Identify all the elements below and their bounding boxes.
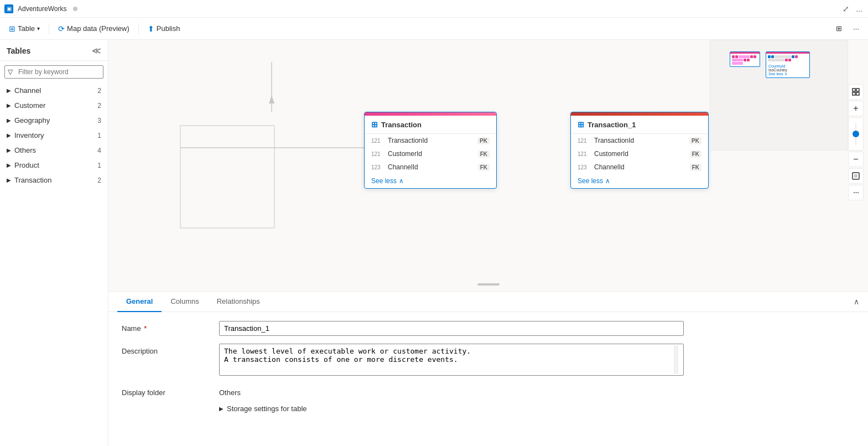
channelid-name: ChannelId [388, 163, 475, 171]
fit-view-btn[interactable] [848, 84, 864, 100]
t1-customerid-badge: FK [690, 151, 701, 158]
svg-rect-7 [856, 92, 859, 95]
display-folder-value: Others [219, 385, 855, 397]
filter-input[interactable] [4, 65, 103, 79]
scrollbar[interactable] [674, 346, 678, 374]
sidebar-item-transaction[interactable]: ▶ Transaction 2 [0, 173, 108, 188]
canvas-area[interactable]: ⊞ Transaction 121 TransactionId PK 121 C… [108, 40, 868, 291]
others-arrow-icon: ▶ [7, 147, 11, 153]
channel-arrow-icon: ▶ [7, 87, 11, 94]
map-data-button[interactable]: ⟳ Map data (Preview) [54, 22, 134, 35]
transaction-field-channelid: 123 ChannelId FK [365, 160, 496, 174]
map-data-label: Map data (Preview) [67, 24, 129, 33]
table-dropdown-icon: ▾ [37, 25, 40, 32]
transaction-see-less[interactable]: See less ∧ [365, 174, 496, 188]
sidebar-item-geography[interactable]: ▶ Geography 3 [0, 113, 108, 128]
t1-see-less-icon: ∧ [605, 177, 610, 185]
publish-button[interactable]: ⬆ Publish [143, 22, 185, 35]
app-icon: ▣ [4, 4, 13, 13]
svg-rect-5 [856, 89, 859, 91]
storage-settings-btn[interactable]: ▶ Storage settings for table [219, 404, 307, 413]
see-less-icon: ∧ [399, 177, 404, 185]
svg-rect-3 [180, 126, 274, 228]
toolbar-more-btn[interactable]: ··· [849, 22, 864, 35]
title-bar: ▣ AdventureWorks ⤢ ... [0, 0, 868, 18]
transaction-table-icon: ⊞ [371, 120, 378, 129]
sidebar-item-channel[interactable]: ▶ Channel 2 [0, 83, 108, 98]
t1-customerid-name: CustomerId [594, 150, 687, 158]
transaction-card-title: ⊞ Transaction [365, 116, 496, 134]
toolbar: ⊞ Table ▾ ⟳ Map data (Preview) ⬆ Publish… [0, 18, 868, 40]
sidebar-item-inventory[interactable]: ▶ Inventory 1 [0, 128, 108, 143]
description-container [219, 344, 684, 377]
sidebar-item-product[interactable]: ▶ Product 1 [0, 158, 108, 173]
storage-row: ▶ Storage settings for table [122, 404, 855, 413]
customer-count: 2 [97, 102, 101, 110]
zoom-in-btn[interactable]: + [848, 101, 864, 116]
canvas-container: ⊞ Transaction 121 TransactionId PK 121 C… [108, 40, 868, 446]
svg-marker-1 [269, 95, 274, 103]
form-body: Name * Description Display folder [108, 312, 868, 422]
geography-arrow-icon: ▶ [7, 117, 11, 123]
bottom-panel: General Columns Relationships ∧ Name * D… [108, 291, 868, 446]
svg-rect-9 [854, 174, 857, 178]
unsaved-dot [73, 7, 77, 11]
t1-customerid-type: 121 [578, 151, 591, 157]
storage-label-empty [122, 404, 210, 408]
product-arrow-icon: ▶ [7, 162, 11, 168]
toolbar-divider-1 [49, 23, 49, 34]
t1-transactionid-badge: PK [689, 137, 701, 144]
maximize-btn[interactable]: ⤢ [841, 4, 850, 13]
sidebar-title: Tables [7, 46, 30, 55]
publish-label: Publish [157, 24, 180, 33]
tab-general[interactable]: General [117, 292, 162, 312]
geography-count: 3 [97, 117, 101, 125]
storage-arrow-icon: ▶ [219, 406, 224, 412]
display-folder-row: Display folder Others [122, 385, 855, 397]
geography-name: Geography [14, 116, 94, 125]
inventory-arrow-icon: ▶ [7, 132, 11, 138]
minimap-toggle-btn[interactable] [848, 168, 864, 184]
table-icon: ⊞ [9, 24, 15, 33]
others-count: 4 [97, 147, 101, 154]
table-button[interactable]: ⊞ Table ▾ [4, 22, 44, 35]
transaction-field-customerid: 121 CustomerId FK [365, 147, 496, 160]
sidebar-item-customer[interactable]: ▶ Customer 2 [0, 98, 108, 113]
panel-resize-handle[interactable] [477, 283, 500, 286]
name-label: Name * [122, 321, 210, 333]
transactionid-type: 121 [371, 138, 384, 144]
minimap-card-1-dots [730, 54, 760, 66]
t1-channelid-name: ChannelId [594, 163, 687, 171]
canvas-more-btn[interactable]: ··· [848, 185, 864, 200]
inventory-count: 1 [97, 132, 101, 139]
sidebar: Tables ≪ ▽ ▶ Channel 2 ▶ Customer 2 ▶ Ge… [0, 40, 108, 446]
more-btn[interactable]: ... [855, 4, 864, 13]
zoom-out-btn[interactable]: − [848, 152, 864, 167]
transactionid-badge: PK [477, 137, 490, 144]
transaction-count: 2 [97, 177, 101, 184]
tab-relationships[interactable]: Relationships [208, 292, 269, 312]
transaction1-card-title: ⊞ Transaction_1 [571, 116, 708, 134]
sidebar-header: Tables ≪ [0, 40, 108, 61]
description-textarea[interactable] [219, 344, 684, 376]
app-title: AdventureWorks [18, 5, 66, 13]
filter-box: ▽ [4, 65, 103, 79]
publish-icon: ⬆ [148, 24, 154, 33]
toolbar-divider-2 [138, 23, 139, 34]
name-input[interactable] [219, 321, 684, 336]
others-name: Others [14, 146, 94, 154]
zoom-thumb[interactable] [853, 131, 859, 137]
zoom-slider[interactable] [848, 117, 864, 151]
transaction1-see-less[interactable]: See less ∧ [571, 174, 708, 188]
customerid-name: CustomerId [388, 150, 475, 158]
sidebar-collapse-btn[interactable]: ≪ [92, 45, 101, 56]
t1-channelid-badge: FK [690, 164, 701, 171]
sidebar-item-others[interactable]: ▶ Others 4 [0, 143, 108, 158]
minimap-inner: CountryId IsoCountry See less ∧ [710, 40, 848, 150]
tab-columns[interactable]: Columns [162, 292, 207, 312]
channelid-badge: FK [478, 164, 490, 171]
name-row: Name * [122, 321, 855, 336]
panel-collapse-btn[interactable]: ∧ [854, 297, 859, 306]
toolbar-grid-btn[interactable]: ⊞ [831, 22, 846, 35]
customer-arrow-icon: ▶ [7, 102, 11, 108]
